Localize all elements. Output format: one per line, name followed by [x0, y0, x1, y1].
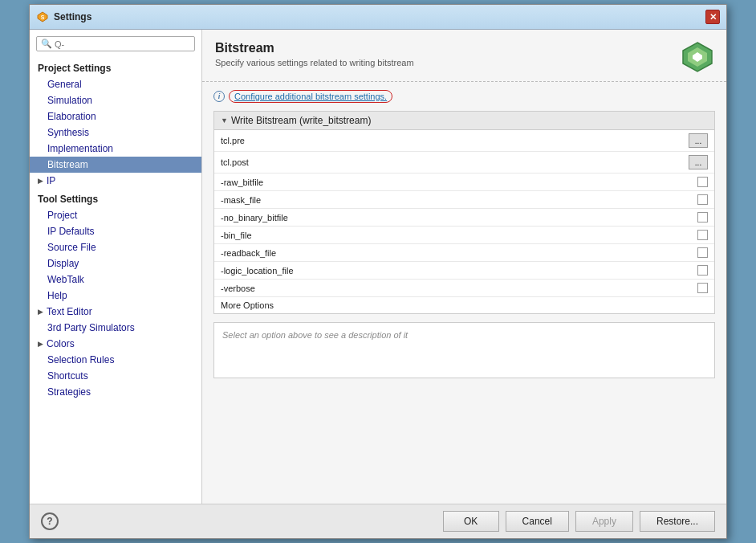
sidebar-item-colors[interactable]: ▶ Colors: [30, 336, 201, 352]
row-value: [490, 244, 554, 262]
title-bar-left: S Settings: [36, 10, 91, 23]
text-editor-label: Text Editor: [47, 306, 92, 317]
row-label: tcl.pre: [214, 130, 490, 152]
search-icon: 🔍: [41, 39, 52, 49]
vivado-logo: [681, 41, 713, 73]
sidebar-item-source-file[interactable]: Source File: [30, 239, 201, 255]
raw-bitfile-checkbox[interactable]: [697, 177, 708, 187]
table-row: -readback_file: [214, 244, 714, 262]
row-control: ...: [554, 152, 714, 174]
row-value: [490, 227, 554, 244]
tcl-pre-browse-button[interactable]: ...: [689, 133, 708, 148]
tcl-post-browse-button[interactable]: ...: [689, 155, 708, 169]
table-row: -verbose: [214, 280, 714, 297]
sidebar-item-elaboration[interactable]: Elaboration: [30, 108, 201, 125]
configure-link[interactable]: Configure additional bitstream settings.: [229, 90, 392, 103]
collapse-arrow-icon[interactable]: ▼: [221, 116, 228, 125]
sidebar-item-bitstream[interactable]: Bitstream: [30, 157, 201, 173]
row-control: [554, 174, 714, 191]
content-title: Bitstream: [215, 41, 414, 55]
content-panel: Bitstream Specify various settings relat…: [202, 30, 726, 504]
row-value: [490, 280, 554, 297]
table-row: -no_binary_bitfile: [214, 209, 714, 227]
sidebar-item-strategies[interactable]: Strategies: [30, 384, 201, 400]
search-input[interactable]: [55, 39, 190, 49]
no-binary-bitfile-checkbox[interactable]: [697, 212, 708, 223]
ip-arrow-icon: ▶: [38, 177, 43, 185]
settings-dialog: S Settings ✕ 🔍 Project Settings General …: [29, 4, 727, 539]
section-panel-title: Write Bitstream (write_bitstream): [231, 115, 371, 126]
row-label: -logic_location_file: [214, 262, 490, 280]
row-label: More Options: [214, 297, 490, 314]
sidebar-item-simulation[interactable]: Simulation: [30, 92, 201, 108]
row-value: [490, 262, 554, 280]
title-bar: S Settings ✕: [30, 5, 726, 30]
row-label: -readback_file: [214, 244, 490, 262]
sidebar-item-shortcuts[interactable]: Shortcuts: [30, 368, 201, 384]
ok-button[interactable]: OK: [443, 511, 499, 532]
sidebar-item-3rd-party[interactable]: 3rd Party Simulators: [30, 320, 201, 336]
content-subtitle: Specify various settings related to writ…: [215, 58, 414, 67]
row-value: [490, 191, 554, 209]
mask-file-checkbox[interactable]: [697, 194, 708, 205]
row-label: -bin_file: [214, 227, 490, 244]
row-control: [554, 297, 714, 314]
verbose-checkbox[interactable]: [697, 283, 708, 293]
window-title: Settings: [54, 11, 91, 22]
table-row: -logic_location_file: [214, 262, 714, 280]
table-row: More Options: [214, 297, 714, 314]
cancel-button[interactable]: Cancel: [506, 511, 569, 532]
colors-arrow-icon: ▶: [38, 340, 43, 348]
row-label: -no_binary_bitfile: [214, 209, 490, 227]
ip-label: IP: [47, 175, 55, 186]
table-row: -raw_bitfile: [214, 174, 714, 191]
search-box[interactable]: 🔍: [36, 36, 195, 51]
settings-table: tcl.pre ... tcl.post: [214, 130, 714, 313]
sidebar-item-project[interactable]: Project: [30, 207, 201, 223]
table-row: -bin_file: [214, 227, 714, 244]
tool-settings-header: Tool Settings: [30, 189, 201, 207]
sidebar-item-implementation[interactable]: Implementation: [30, 141, 201, 157]
bin-file-checkbox[interactable]: [697, 230, 708, 240]
row-label: tcl.post: [214, 152, 490, 174]
row-value: [490, 152, 554, 174]
row-label: -raw_bitfile: [214, 174, 490, 191]
info-icon: i: [213, 91, 225, 102]
section-panel-header: ▼ Write Bitstream (write_bitstream): [214, 112, 714, 130]
content-header: Bitstream Specify various settings relat…: [202, 30, 726, 82]
apply-button[interactable]: Apply: [575, 511, 633, 532]
sidebar-item-webtalk[interactable]: WebTalk: [30, 272, 201, 288]
app-icon: S: [36, 10, 49, 23]
project-settings-header: Project Settings: [30, 58, 201, 76]
row-value: [490, 174, 554, 191]
table-row: tcl.pre ...: [214, 130, 714, 152]
help-button[interactable]: ?: [41, 512, 59, 530]
sidebar-scroll: Project Settings General Simulation Elab…: [30, 58, 201, 504]
colors-label: Colors: [47, 338, 75, 349]
readback-file-checkbox[interactable]: [697, 247, 708, 258]
sidebar-item-selection-rules[interactable]: Selection Rules: [30, 352, 201, 368]
sidebar-item-text-editor[interactable]: ▶ Text Editor: [30, 304, 201, 320]
row-label: -verbose: [214, 280, 490, 297]
row-control: [554, 227, 714, 244]
sidebar-item-display[interactable]: Display: [30, 255, 201, 272]
sidebar-item-ip-defaults[interactable]: IP Defaults: [30, 223, 201, 239]
close-button[interactable]: ✕: [705, 10, 720, 24]
logic-location-file-checkbox[interactable]: [697, 265, 708, 276]
row-control: [554, 244, 714, 262]
row-value: [490, 297, 554, 314]
row-label: -mask_file: [214, 191, 490, 209]
row-control: [554, 191, 714, 209]
sidebar-item-help[interactable]: Help: [30, 288, 201, 304]
table-row: tcl.post ...: [214, 152, 714, 174]
sidebar-item-synthesis[interactable]: Synthesis: [30, 125, 201, 141]
content-header-text: Bitstream Specify various settings relat…: [215, 41, 414, 67]
restore-button[interactable]: Restore...: [640, 511, 715, 532]
row-control: [554, 209, 714, 227]
table-row: -mask_file: [214, 191, 714, 209]
content-inner: i Configure additional bitstream setting…: [202, 82, 726, 504]
sidebar-item-ip[interactable]: ▶ IP: [30, 173, 201, 189]
sidebar-item-general[interactable]: General: [30, 76, 201, 92]
text-editor-arrow-icon: ▶: [38, 308, 43, 316]
row-control: [554, 262, 714, 280]
